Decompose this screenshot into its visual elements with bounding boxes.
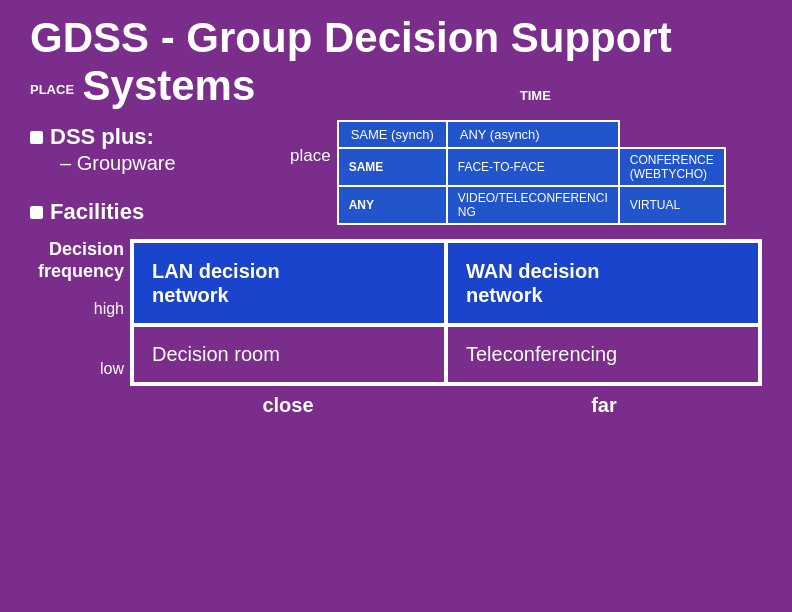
facilities-bullet-icon [30, 206, 43, 219]
decision-frequency-label: Decisionfrequency [38, 239, 124, 282]
page-title-line2: Systems [83, 62, 256, 109]
dss-plus-label: DSS plus: [50, 124, 154, 150]
low-label: low [100, 360, 124, 378]
high-label: high [38, 300, 124, 318]
matrix-cell-face-label: SAME [338, 148, 447, 186]
matrix-table: SAME (synch) ANY (asynch) SAME FACE-TO-F… [337, 120, 726, 225]
grid-cell-lan: LAN decisionnetwork [132, 241, 446, 325]
close-label: close [130, 394, 446, 417]
matrix-cell-any-label: ANY [338, 186, 447, 224]
far-label: far [446, 394, 762, 417]
matrix-cell-virtual: VIRTUAL [619, 186, 725, 224]
groupware-label: – Groupware [60, 152, 176, 174]
left-panel: DSS plus: – Groupware Facilities [30, 118, 285, 225]
time-label: TIME [520, 88, 551, 103]
grid-cell-teleconferencing: Teleconferencing [446, 325, 760, 384]
page-title-line1: GDSS - Group Decision Support [30, 14, 672, 61]
place-label-inline: PLACE [30, 82, 74, 97]
grid-cell-wan: WAN decisionnetwork [446, 241, 760, 325]
bottom-grid: LAN decisionnetwork WAN decisionnetwork … [130, 239, 762, 386]
matrix-header-synch: SAME (synch) [338, 121, 447, 148]
place-word-label: place [290, 146, 331, 166]
decision-frequency-col: Decisionfrequency high low [30, 239, 130, 386]
matrix-header-asynch: ANY (asynch) [447, 121, 619, 148]
distance-labels: close far [0, 386, 792, 417]
grid-cell-decision-room: Decision room [132, 325, 446, 384]
dss-bullet-icon [30, 131, 43, 144]
matrix-cell-conference: CONFERENCE(WEBTYCHO) [619, 148, 725, 186]
facilities-label: Facilities [50, 199, 144, 225]
matrix-cell-face-to-face: FACE-TO-FACE [447, 148, 619, 186]
matrix-cell-video: VIDEO/TELECONFERENCING [447, 186, 619, 224]
